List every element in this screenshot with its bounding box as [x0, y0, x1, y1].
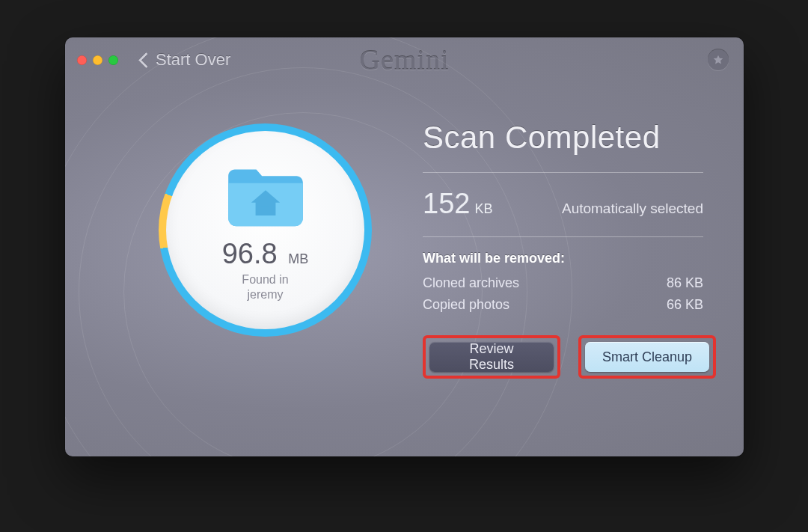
remove-item-label: Copied photos: [423, 297, 509, 313]
remove-item-label: Cloned archives: [423, 275, 519, 291]
divider: [423, 236, 703, 237]
button-row: Review Results Smart Cleanup: [423, 335, 703, 379]
start-over-label: Start Over: [156, 50, 230, 70]
found-size-unit: MB: [288, 251, 308, 266]
selected-size-value: 152: [423, 188, 470, 219]
zoom-icon[interactable]: [108, 55, 118, 65]
found-size: 96.8 MB: [222, 239, 309, 268]
remove-item-size: 66 KB: [667, 297, 703, 313]
titlebar: Start Over Gemini: [65, 37, 744, 82]
found-in: Found in jeremy: [242, 272, 288, 302]
start-over-button[interactable]: Start Over: [139, 50, 230, 70]
list-item: Cloned archives 86 KB: [423, 275, 703, 291]
remove-item-size: 86 KB: [667, 275, 703, 291]
scan-summary-circle: 96.8 MB Found in jeremy: [162, 127, 368, 333]
home-folder-icon: [222, 162, 309, 230]
chevron-left-icon: [139, 52, 148, 68]
results-panel: Scan Completed 152KB Automatically selec…: [423, 120, 703, 379]
minimize-icon[interactable]: [93, 55, 102, 65]
selected-size-unit: KB: [474, 201, 492, 216]
scan-summary-content: 96.8 MB Found in jeremy: [166, 131, 364, 329]
found-size-value: 96.8: [222, 238, 278, 269]
svg-rect-0: [261, 206, 270, 215]
highlight-frame: Smart Cleanup: [578, 335, 716, 379]
favorite-button[interactable]: [708, 49, 729, 70]
app-window: Start Over Gemini 96.8 MB: [65, 37, 744, 456]
remove-heading: What will be removed:: [423, 251, 703, 266]
selected-label: Automatically selected: [562, 201, 703, 217]
smart-cleanup-button[interactable]: Smart Cleanup: [585, 342, 709, 372]
close-icon[interactable]: [77, 55, 87, 65]
remove-list: Cloned archives 86 KB Copied photos 66 K…: [423, 275, 703, 313]
selected-size: 152KB: [423, 188, 492, 220]
found-in-label: Found in: [242, 273, 288, 286]
traffic-lights: [77, 55, 118, 65]
star-icon: [712, 54, 724, 66]
scan-heading: Scan Completed: [423, 120, 703, 156]
highlight-frame: Review Results: [423, 335, 560, 379]
review-results-button[interactable]: Review Results: [429, 342, 554, 372]
selected-row: 152KB Automatically selected: [423, 173, 703, 236]
found-in-folder: jeremy: [247, 288, 283, 301]
list-item: Copied photos 66 KB: [423, 297, 703, 313]
